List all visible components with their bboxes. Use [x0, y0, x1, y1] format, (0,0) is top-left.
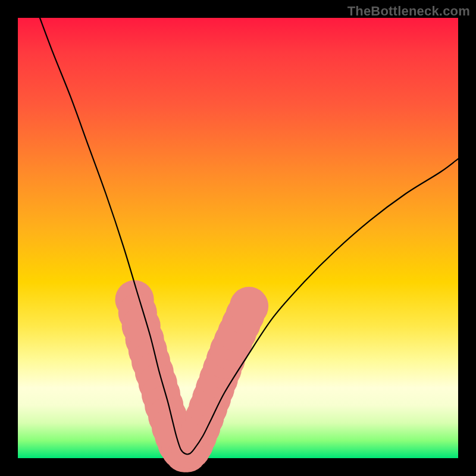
highlight-dot [230, 287, 268, 325]
plot-area [18, 18, 458, 458]
watermark-text: TheBottleneck.com [347, 4, 470, 19]
chart-frame: TheBottleneck.com [0, 0, 476, 476]
bottleneck-curve [40, 18, 458, 455]
highlight-dots [115, 280, 269, 472]
curve-layer [18, 18, 458, 458]
